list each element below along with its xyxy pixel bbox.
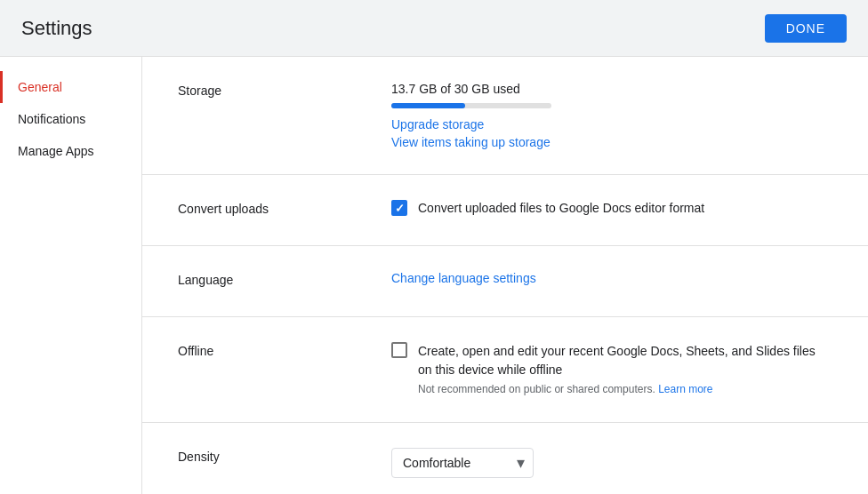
view-items-storage-link[interactable]: View items taking up storage xyxy=(391,135,832,149)
offline-label: Offline xyxy=(178,342,391,358)
checkmark-icon: ✓ xyxy=(395,203,405,214)
offline-sub-text: Not recommended on public or shared comp… xyxy=(418,381,832,397)
main-container: General Notifications Manage Apps Storag… xyxy=(0,57,868,494)
storage-content: 13.7 GB of 30 GB used Upgrade storage Vi… xyxy=(391,82,832,149)
sidebar-item-label: General xyxy=(18,80,62,94)
storage-used-text: 13.7 GB of 30 GB used xyxy=(391,82,832,96)
app-title: Settings xyxy=(21,17,92,40)
convert-uploads-label: Convert uploads xyxy=(178,200,391,216)
storage-section: Storage 13.7 GB of 30 GB used Upgrade st… xyxy=(142,57,868,175)
storage-bar-container xyxy=(391,103,551,108)
language-section: Language Change language settings xyxy=(142,246,868,317)
convert-uploads-checkbox-label: Convert uploaded files to Google Docs ed… xyxy=(418,201,704,215)
sidebar-item-label: Manage Apps xyxy=(18,144,94,158)
density-label: Density xyxy=(178,448,391,464)
offline-not-recommended: Not recommended on public or shared comp… xyxy=(418,383,655,395)
convert-uploads-checkbox[interactable]: ✓ xyxy=(391,200,407,216)
density-content: Comfortable Cozy Compact ▾ xyxy=(391,448,832,478)
content-area: Storage 13.7 GB of 30 GB used Upgrade st… xyxy=(142,57,868,494)
convert-uploads-row: ✓ Convert uploaded files to Google Docs … xyxy=(391,200,832,216)
language-label: Language xyxy=(178,271,391,287)
offline-main-text: Create, open and edit your recent Google… xyxy=(418,342,832,379)
upgrade-storage-link[interactable]: Upgrade storage xyxy=(391,117,832,131)
storage-label: Storage xyxy=(178,82,391,98)
density-section: Density Comfortable Cozy Compact ▾ xyxy=(142,423,868,494)
offline-row: Create, open and edit your recent Google… xyxy=(391,342,832,397)
language-content: Change language settings xyxy=(391,271,832,285)
sidebar: General Notifications Manage Apps xyxy=(0,57,142,494)
sidebar-item-general[interactable]: General xyxy=(0,71,141,103)
offline-text-block: Create, open and edit your recent Google… xyxy=(418,342,832,397)
density-select-wrapper: Comfortable Cozy Compact ▾ xyxy=(391,448,534,478)
offline-checkbox[interactable] xyxy=(391,342,407,358)
convert-uploads-section: Convert uploads ✓ Convert uploaded files… xyxy=(142,175,868,246)
app-header: Settings DONE xyxy=(0,0,868,57)
offline-section: Offline Create, open and edit your recen… xyxy=(142,317,868,423)
sidebar-item-label: Notifications xyxy=(18,112,85,126)
change-language-link[interactable]: Change language settings xyxy=(391,271,536,285)
offline-content: Create, open and edit your recent Google… xyxy=(391,342,832,397)
convert-uploads-content: ✓ Convert uploaded files to Google Docs … xyxy=(391,200,832,216)
done-button[interactable]: DONE xyxy=(765,14,847,43)
density-select[interactable]: Comfortable Cozy Compact xyxy=(391,448,534,478)
sidebar-item-manage-apps[interactable]: Manage Apps xyxy=(0,135,141,167)
storage-bar-fill xyxy=(391,103,465,108)
learn-more-link[interactable]: Learn more xyxy=(658,383,712,395)
sidebar-item-notifications[interactable]: Notifications xyxy=(0,103,141,135)
